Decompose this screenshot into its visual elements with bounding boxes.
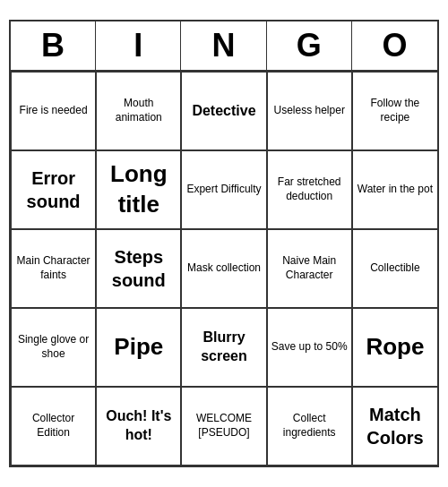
bingo-cell: Naive Main Character bbox=[267, 229, 352, 308]
header-letter: G bbox=[267, 21, 352, 70]
bingo-cell: WELCOME [PSEUDO] bbox=[181, 387, 266, 466]
bingo-cell: Fire is needed bbox=[11, 72, 96, 150]
bingo-card: BINGO Fire is neededMouth animationDetec… bbox=[9, 20, 439, 467]
header-letter: B bbox=[11, 21, 96, 70]
bingo-cell: Follow the recipe bbox=[352, 72, 437, 150]
bingo-cell: Long title bbox=[96, 150, 181, 229]
bingo-cell: Single glove or shoe bbox=[11, 308, 96, 387]
bingo-cell: Mouth animation bbox=[96, 72, 181, 150]
bingo-cell: Main Character faints bbox=[11, 229, 96, 308]
bingo-cell: Far stretched deduction bbox=[267, 150, 352, 229]
bingo-cell: Collect ingredients bbox=[267, 387, 352, 466]
bingo-cell: Expert Difficulty bbox=[181, 150, 266, 229]
header-letter: O bbox=[352, 21, 437, 70]
bingo-cell: Mask collection bbox=[181, 229, 266, 308]
bingo-cell: Collectible bbox=[352, 229, 437, 308]
bingo-cell: Save up to 50% bbox=[267, 308, 352, 387]
bingo-grid: Fire is neededMouth animationDetectiveUs… bbox=[11, 72, 437, 466]
bingo-cell: Pipe bbox=[96, 308, 181, 387]
header-letter: I bbox=[96, 21, 181, 70]
header-letter: N bbox=[181, 21, 266, 70]
bingo-cell: Water in the pot bbox=[352, 150, 437, 229]
bingo-header: BINGO bbox=[11, 21, 437, 72]
bingo-cell: Error sound bbox=[11, 150, 96, 229]
bingo-cell: Match Colors bbox=[352, 387, 437, 466]
bingo-cell: Detective bbox=[181, 72, 266, 150]
bingo-cell: Blurry screen bbox=[181, 308, 266, 387]
bingo-cell: Steps sound bbox=[96, 229, 181, 308]
bingo-cell: Collector Edition bbox=[11, 387, 96, 466]
bingo-cell: Useless helper bbox=[267, 72, 352, 150]
bingo-cell: Rope bbox=[352, 308, 437, 387]
bingo-cell: Ouch! It's hot! bbox=[96, 387, 181, 466]
